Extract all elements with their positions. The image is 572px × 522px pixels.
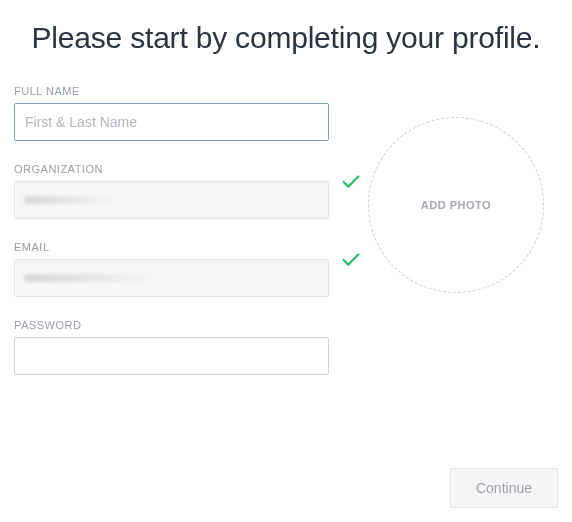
continue-button[interactable]: Continue: [450, 468, 558, 508]
add-photo-label: ADD PHOTO: [421, 199, 491, 211]
email-field-wrap: EMAIL: [14, 241, 354, 297]
photo-column: ADD PHOTO: [354, 85, 558, 397]
page-heading: Please start by completing your profile.: [14, 18, 558, 57]
password-label: PASSWORD: [14, 319, 354, 331]
email-input[interactable]: [14, 259, 329, 297]
full-name-input[interactable]: [14, 103, 329, 141]
organization-field-wrap: ORGANIZATION: [14, 163, 354, 219]
form-column: FULL NAME ORGANIZATION EMAIL PAS: [14, 85, 354, 397]
organization-label: ORGANIZATION: [14, 163, 354, 175]
content-row: FULL NAME ORGANIZATION EMAIL PAS: [14, 85, 558, 397]
full-name-label: FULL NAME: [14, 85, 354, 97]
full-name-field-wrap: FULL NAME: [14, 85, 354, 141]
add-photo-circle[interactable]: ADD PHOTO: [368, 117, 544, 293]
email-label: EMAIL: [14, 241, 354, 253]
organization-input[interactable]: [14, 181, 329, 219]
password-input[interactable]: [14, 337, 329, 375]
password-field-wrap: PASSWORD: [14, 319, 354, 375]
